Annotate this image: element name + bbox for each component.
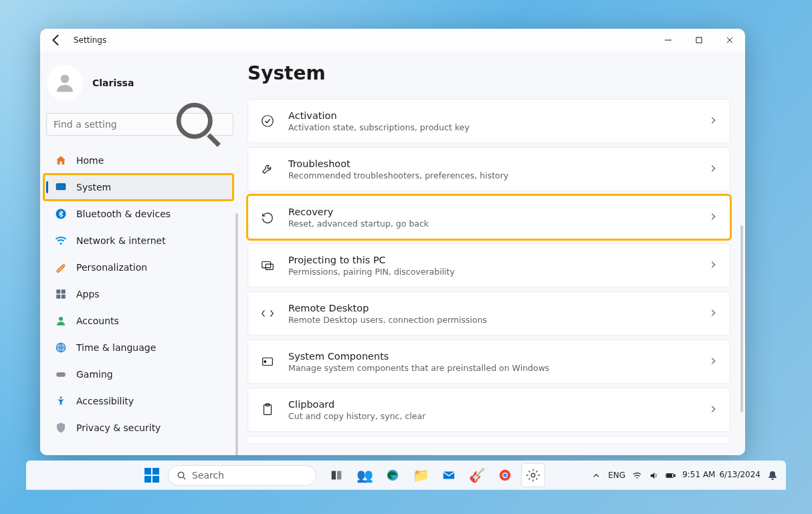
teams-icon[interactable]: 👥 — [352, 463, 377, 487]
back-button[interactable] — [48, 32, 64, 48]
card-title: Activation — [288, 110, 695, 121]
card-next-partial[interactable] — [247, 436, 730, 444]
svg-rect-20 — [266, 264, 273, 269]
tray-volume-icon[interactable] — [649, 471, 659, 481]
svg-rect-10 — [56, 289, 60, 293]
card-system-components[interactable]: System Components Manage system componen… — [247, 340, 730, 384]
search-icon — [170, 96, 226, 152]
card-activation[interactable]: Activation Activation state, subscriptio… — [247, 99, 730, 143]
tray-clock[interactable]: 9:51 AM 6/13/2024 — [682, 471, 760, 480]
svg-point-5 — [179, 105, 210, 136]
card-remote-desktop[interactable]: Remote Desktop Remote Desktop users, con… — [247, 291, 730, 336]
sidebar-item-label: Home — [76, 155, 104, 166]
wifi-icon — [55, 235, 67, 247]
sidebar-item-privacy[interactable]: Privacy & security — [44, 415, 233, 440]
sidebar-item-label: System — [76, 182, 111, 192]
task-view-button[interactable] — [324, 463, 348, 487]
svg-rect-37 — [667, 474, 672, 477]
card-title: Recovery — [288, 207, 695, 217]
settings-taskbar-icon[interactable] — [521, 463, 545, 487]
titlebar: Settings — [40, 29, 745, 51]
start-button[interactable] — [140, 463, 164, 487]
search-box[interactable] — [46, 113, 233, 136]
main-scrollbar[interactable] — [740, 225, 743, 412]
close-button[interactable] — [714, 29, 745, 51]
tray-expand-button[interactable] — [591, 471, 601, 481]
sidebar-item-accounts[interactable]: Accounts — [44, 308, 233, 334]
chrome-icon[interactable] — [493, 463, 517, 487]
svg-rect-12 — [56, 295, 60, 299]
system-icon — [55, 181, 67, 193]
page-title: System — [247, 62, 730, 84]
check-circle-icon — [260, 114, 275, 128]
search-icon — [177, 471, 187, 481]
explorer-icon[interactable]: 📁 — [409, 463, 433, 487]
sidebar: Clarissa Home System Bluetooth & devices — [40, 51, 239, 455]
svg-rect-11 — [62, 289, 66, 293]
svg-rect-7 — [56, 184, 66, 190]
card-projecting[interactable]: Projecting to this PC Permissions, pairi… — [247, 243, 730, 287]
sidebar-item-network[interactable]: Network & internet — [44, 228, 233, 253]
sidebar-item-bluetooth[interactable]: Bluetooth & devices — [44, 201, 233, 227]
card-sub: Reset, advanced startup, go back — [288, 219, 695, 229]
sidebar-item-system[interactable]: System — [44, 174, 233, 200]
components-icon — [260, 354, 275, 369]
sidebar-item-label: Gaming — [76, 369, 113, 380]
card-title: Clipboard — [288, 399, 695, 410]
taskbar-center: Search 👥 📁 🎸 — [140, 463, 545, 487]
card-title: Remote Desktop — [288, 303, 695, 313]
svg-rect-28 — [337, 471, 341, 480]
sidebar-item-label: Apps — [76, 289, 100, 299]
tray-language[interactable]: ENG — [608, 471, 625, 480]
maximize-button[interactable] — [684, 29, 714, 51]
minimize-button[interactable] — [653, 29, 684, 51]
edge-icon[interactable] — [381, 463, 405, 487]
sidebar-item-accessibility[interactable]: Accessibility — [44, 388, 233, 414]
tray-date: 6/13/2024 — [719, 471, 760, 480]
svg-point-17 — [60, 396, 62, 398]
app-icon-1[interactable]: 🎸 — [465, 463, 489, 487]
sidebar-item-label: Bluetooth & devices — [76, 209, 171, 219]
tray-notifications-icon[interactable] — [767, 470, 778, 481]
person-icon — [55, 315, 67, 327]
taskbar-search[interactable]: Search — [168, 465, 316, 486]
tray-time: 9:51 AM — [682, 471, 715, 480]
card-clipboard[interactable]: Clipboard Cut and copy history, sync, cl… — [247, 388, 730, 432]
system-tray: ENG 9:51 AM 6/13/2024 — [591, 470, 786, 481]
card-title: Projecting to this PC — [288, 255, 695, 265]
chevron-right-icon — [708, 163, 718, 176]
mail-icon[interactable] — [437, 463, 461, 487]
gamepad-icon — [55, 368, 67, 380]
search-input[interactable] — [54, 119, 170, 130]
svg-rect-19 — [262, 262, 271, 268]
sidebar-item-gaming[interactable]: Gaming — [44, 362, 233, 387]
apps-icon — [55, 288, 67, 300]
sidebar-item-label: Privacy & security — [76, 422, 161, 433]
card-sub: Cut and copy history, sync, clear — [288, 411, 695, 421]
window-title: Settings — [74, 35, 106, 45]
card-title: Troubleshoot — [288, 158, 695, 169]
svg-rect-13 — [62, 295, 66, 299]
svg-rect-30 — [443, 472, 455, 479]
tray-battery-icon[interactable] — [666, 471, 676, 481]
tray-wifi-icon[interactable] — [632, 471, 642, 481]
sidebar-item-label: Accounts — [76, 315, 119, 326]
sidebar-item-apps[interactable]: Apps — [44, 281, 233, 307]
nav-list: Home System Bluetooth & devices Network … — [44, 148, 237, 440]
sidebar-item-label: Network & internet — [76, 235, 166, 246]
card-recovery[interactable]: Recovery Reset, advanced startup, go bac… — [247, 195, 730, 239]
sidebar-scrollbar[interactable] — [235, 213, 238, 455]
card-sub: Permissions, pairing PIN, discoverabilit… — [288, 267, 695, 277]
home-icon — [55, 154, 67, 166]
sidebar-item-home[interactable]: Home — [44, 148, 233, 173]
card-sub: Manage system components that are preins… — [288, 363, 695, 373]
svg-rect-16 — [56, 372, 66, 377]
avatar — [47, 65, 83, 101]
taskbar-pinned-apps: 👥 📁 🎸 — [324, 463, 545, 487]
svg-point-18 — [262, 116, 274, 127]
svg-line-26 — [183, 477, 185, 479]
sidebar-item-label: Time & language — [76, 342, 156, 353]
sidebar-item-time-language[interactable]: Time & language — [44, 335, 233, 360]
sidebar-item-personalization[interactable]: Personalization — [44, 255, 233, 280]
card-troubleshoot[interactable]: Troubleshoot Recommended troubleshooters… — [247, 147, 730, 191]
